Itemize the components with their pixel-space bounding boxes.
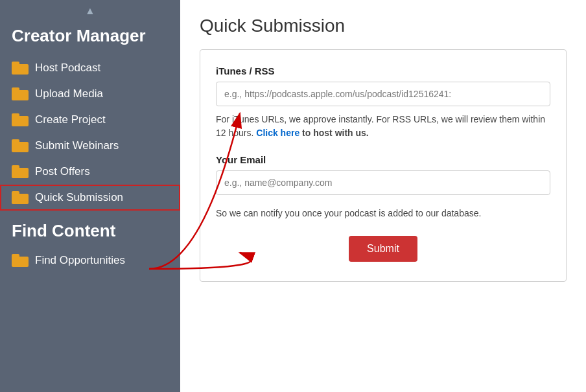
click-here-link[interactable]: Click here [256,128,299,138]
sidebar-item-label: Post Offers [35,165,90,178]
email-input[interactable] [216,170,550,195]
sidebar-item-label: Upload Media [35,87,103,100]
sidebar-item-upload-media[interactable]: Upload Media [0,81,180,107]
page-title: Quick Submission [200,16,567,36]
folder-icon [12,87,29,100]
main-content: Quick Submission iTunes / RSS For iTunes… [180,0,586,392]
sidebar-item-create-project[interactable]: Create Project [0,107,180,133]
folder-icon [12,165,29,178]
sidebar-item-label: Host Podcast [35,62,100,75]
email-help-text: So we can notify you once your podcast i… [216,207,550,220]
sidebar-item-quick-submission[interactable]: Quick Submission [0,185,180,211]
sidebar-item-host-podcast[interactable]: Host Podcast [0,55,180,81]
sidebar-item-label: Create Project [35,113,106,126]
folder-icon [12,191,29,204]
sidebar-item-find-opportunities[interactable]: Find Opportunities [0,248,180,273]
folder-icon [12,139,29,152]
creator-manager-title: Creator Manager [0,19,158,55]
email-label: Your Email [216,154,550,165]
sidebar-item-label: Find Opportunities [35,254,125,267]
sidebar: ▲ Creator Manager Host Podcast Upload Me… [0,0,180,392]
itunes-input[interactable] [216,82,550,106]
sidebar-item-submit-webinars[interactable]: Submit Webinars [0,133,180,159]
chevron-icon[interactable]: ▲ [0,0,180,19]
form-card: iTunes / RSS For iTunes URLs, we approve… [200,49,567,282]
submit-button[interactable]: Submit [349,236,417,262]
itunes-label: iTunes / RSS [216,65,550,76]
folder-icon [12,113,29,126]
find-content-title: Find Content [0,211,127,248]
sidebar-item-label: Quick Submission [35,191,123,204]
folder-icon [12,254,29,267]
itunes-help-text: For iTunes URLs, we approve instantly. F… [216,113,550,140]
sidebar-item-label: Submit Webinars [35,139,119,152]
folder-icon [12,62,29,75]
sidebar-item-post-offers[interactable]: Post Offers [0,159,180,185]
